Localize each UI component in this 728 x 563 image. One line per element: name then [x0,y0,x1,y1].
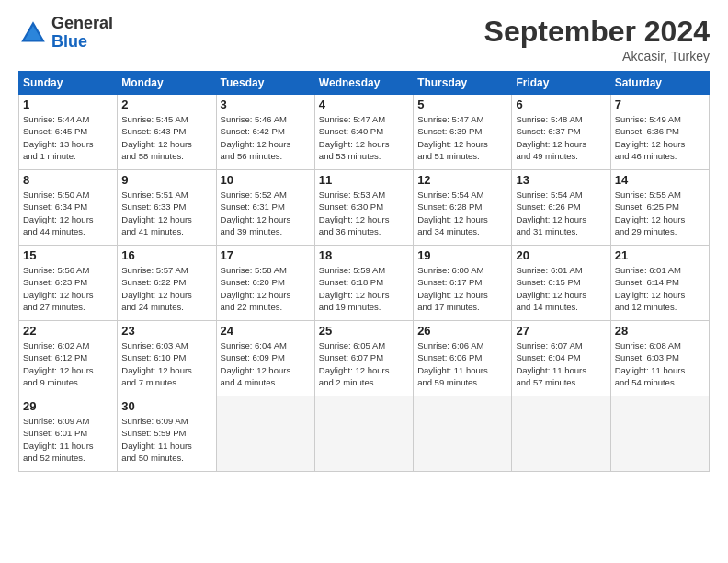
week-row-1: 1Sunrise: 5:44 AM Sunset: 6:45 PM Daylig… [19,95,710,170]
day-detail: Sunrise: 6:01 AM Sunset: 6:15 PM Dayligh… [516,264,606,313]
day-detail: Sunrise: 5:48 AM Sunset: 6:37 PM Dayligh… [516,113,606,162]
day-number: 18 [319,248,409,262]
day-number: 22 [23,324,113,338]
calendar-cell: 27Sunrise: 6:07 AM Sunset: 6:04 PM Dayli… [512,321,610,396]
calendar-cell: 16Sunrise: 5:57 AM Sunset: 6:22 PM Dayli… [118,246,216,321]
calendar-cell: 15Sunrise: 5:56 AM Sunset: 6:23 PM Dayli… [19,246,118,321]
calendar-cell: 10Sunrise: 5:52 AM Sunset: 6:31 PM Dayli… [216,170,314,246]
day-detail: Sunrise: 6:00 AM Sunset: 6:17 PM Dayligh… [417,264,507,313]
weekday-header-wednesday: Wednesday [314,72,413,95]
day-number: 9 [121,173,211,187]
calendar-cell: 30Sunrise: 6:09 AM Sunset: 5:59 PM Dayli… [118,396,216,472]
calendar-cell: 14Sunrise: 5:55 AM Sunset: 6:25 PM Dayli… [610,170,709,246]
calendar-cell: 18Sunrise: 5:59 AM Sunset: 6:18 PM Dayli… [314,246,413,321]
calendar-cell: 29Sunrise: 6:09 AM Sunset: 6:01 PM Dayli… [19,396,118,472]
day-detail: Sunrise: 5:52 AM Sunset: 6:31 PM Dayligh… [221,189,311,237]
calendar-cell [512,396,610,472]
day-detail: Sunrise: 6:03 AM Sunset: 6:10 PM Dayligh… [121,339,211,388]
day-number: 5 [417,98,507,111]
header: General Blue September 2024 Akcasir, Tur… [18,15,710,63]
day-number: 8 [23,173,113,187]
day-detail: Sunrise: 5:55 AM Sunset: 6:25 PM Dayligh… [615,189,705,237]
day-number: 21 [615,248,705,262]
week-row-5: 29Sunrise: 6:09 AM Sunset: 6:01 PM Dayli… [19,396,710,472]
calendar-cell: 9Sunrise: 5:51 AM Sunset: 6:33 PM Daylig… [118,170,216,246]
day-number: 23 [121,324,211,338]
week-row-4: 22Sunrise: 6:02 AM Sunset: 6:12 PM Dayli… [19,321,710,396]
calendar-cell [414,396,512,472]
day-detail: Sunrise: 5:57 AM Sunset: 6:22 PM Dayligh… [121,264,211,313]
weekday-header-monday: Monday [118,72,216,95]
day-number: 26 [417,324,507,338]
calendar-cell: 19Sunrise: 6:00 AM Sunset: 6:17 PM Dayli… [414,246,512,321]
calendar-cell [610,396,709,472]
calendar-cell: 23Sunrise: 6:03 AM Sunset: 6:10 PM Dayli… [118,321,216,396]
day-detail: Sunrise: 6:09 AM Sunset: 6:01 PM Dayligh… [23,415,113,464]
day-number: 19 [417,248,507,262]
day-number: 11 [319,173,409,187]
day-number: 29 [23,399,113,413]
weekday-header-friday: Friday [512,72,610,95]
logo-blue: Blue [51,33,113,52]
day-detail: Sunrise: 6:04 AM Sunset: 6:09 PM Dayligh… [221,339,311,388]
day-number: 2 [121,98,211,111]
day-detail: Sunrise: 5:47 AM Sunset: 6:40 PM Dayligh… [319,113,409,162]
month-title: September 2024 [484,15,710,49]
calendar-cell [314,396,413,472]
day-detail: Sunrise: 5:46 AM Sunset: 6:42 PM Dayligh… [221,113,311,162]
day-number: 6 [516,98,606,111]
day-number: 27 [516,324,606,338]
calendar-cell: 20Sunrise: 6:01 AM Sunset: 6:15 PM Dayli… [512,246,610,321]
weekday-header-row: SundayMondayTuesdayWednesdayThursdayFrid… [19,72,710,95]
day-detail: Sunrise: 5:56 AM Sunset: 6:23 PM Dayligh… [23,264,113,313]
calendar-table: SundayMondayTuesdayWednesdayThursdayFrid… [18,71,710,472]
logo-text: General Blue [51,15,113,52]
day-number: 3 [221,98,311,111]
calendar-cell: 21Sunrise: 6:01 AM Sunset: 6:14 PM Dayli… [610,246,709,321]
calendar-cell: 11Sunrise: 5:53 AM Sunset: 6:30 PM Dayli… [314,170,413,246]
day-detail: Sunrise: 5:44 AM Sunset: 6:45 PM Dayligh… [23,113,113,162]
day-detail: Sunrise: 6:05 AM Sunset: 6:07 PM Dayligh… [319,339,409,388]
day-number: 16 [121,248,211,262]
logo-general: General [51,15,113,33]
day-number: 4 [319,98,409,111]
day-detail: Sunrise: 5:50 AM Sunset: 6:34 PM Dayligh… [23,189,113,237]
calendar-cell: 26Sunrise: 6:06 AM Sunset: 6:06 PM Dayli… [414,321,512,396]
page: General Blue September 2024 Akcasir, Tur… [0,0,728,563]
logo-icon [18,18,48,48]
day-number: 10 [221,173,311,187]
day-number: 28 [615,324,705,338]
calendar-cell [216,396,314,472]
day-number: 13 [516,173,606,187]
day-detail: Sunrise: 5:59 AM Sunset: 6:18 PM Dayligh… [319,264,409,313]
calendar-cell: 1Sunrise: 5:44 AM Sunset: 6:45 PM Daylig… [19,95,118,170]
day-number: 25 [319,324,409,338]
weekday-header-sunday: Sunday [19,72,118,95]
day-detail: Sunrise: 5:49 AM Sunset: 6:36 PM Dayligh… [615,113,705,162]
day-detail: Sunrise: 5:47 AM Sunset: 6:39 PM Dayligh… [417,113,507,162]
calendar-cell: 13Sunrise: 5:54 AM Sunset: 6:26 PM Dayli… [512,170,610,246]
day-detail: Sunrise: 5:53 AM Sunset: 6:30 PM Dayligh… [319,189,409,237]
day-detail: Sunrise: 6:09 AM Sunset: 5:59 PM Dayligh… [121,415,211,464]
day-number: 14 [615,173,705,187]
calendar-cell: 24Sunrise: 6:04 AM Sunset: 6:09 PM Dayli… [216,321,314,396]
day-detail: Sunrise: 5:51 AM Sunset: 6:33 PM Dayligh… [121,189,211,237]
day-number: 17 [221,248,311,262]
calendar-cell: 3Sunrise: 5:46 AM Sunset: 6:42 PM Daylig… [216,95,314,170]
calendar-cell: 6Sunrise: 5:48 AM Sunset: 6:37 PM Daylig… [512,95,610,170]
day-number: 30 [121,399,211,413]
day-number: 12 [417,173,507,187]
weekday-header-saturday: Saturday [610,72,709,95]
calendar-cell: 7Sunrise: 5:49 AM Sunset: 6:36 PM Daylig… [610,95,709,170]
calendar-cell: 2Sunrise: 5:45 AM Sunset: 6:43 PM Daylig… [118,95,216,170]
day-number: 7 [615,98,705,111]
day-detail: Sunrise: 6:08 AM Sunset: 6:03 PM Dayligh… [615,339,705,388]
week-row-3: 15Sunrise: 5:56 AM Sunset: 6:23 PM Dayli… [19,246,710,321]
logo: General Blue [18,15,113,52]
day-number: 15 [23,248,113,262]
day-detail: Sunrise: 5:54 AM Sunset: 6:26 PM Dayligh… [516,189,606,237]
day-number: 24 [221,324,311,338]
calendar-cell: 22Sunrise: 6:02 AM Sunset: 6:12 PM Dayli… [19,321,118,396]
weekday-header-tuesday: Tuesday [216,72,314,95]
calendar-cell: 4Sunrise: 5:47 AM Sunset: 6:40 PM Daylig… [314,95,413,170]
